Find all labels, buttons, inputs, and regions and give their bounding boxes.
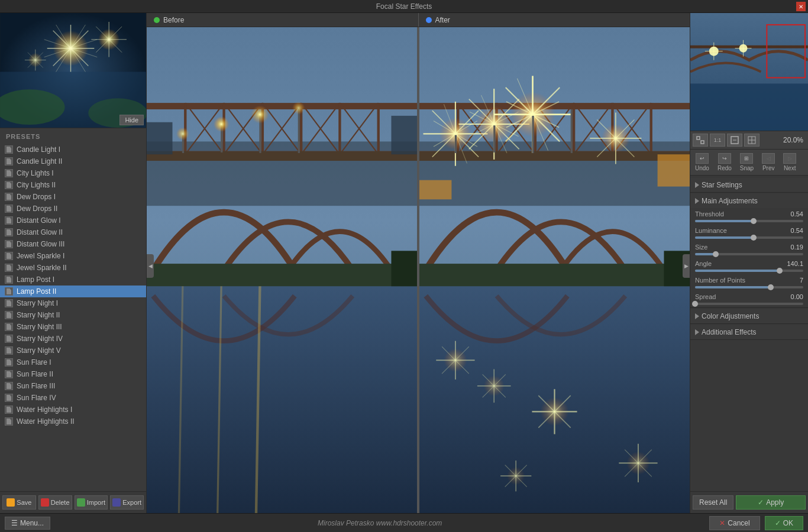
svg-rect-111	[493, 125, 495, 153]
color-adjustments-header[interactable]: Color Adjustments	[690, 309, 808, 323]
additional-effects-arrow	[695, 329, 699, 335]
svg-rect-58	[147, 264, 417, 286]
preset-item-1[interactable]: Candle Light II	[0, 155, 146, 167]
slider-track-2[interactable]	[695, 253, 803, 255]
zoom-grid-button[interactable]	[744, 134, 759, 147]
slider-thumb-3[interactable]	[777, 268, 783, 274]
apply-button[interactable]: ✓ Apply	[736, 495, 806, 510]
save-icon	[7, 498, 15, 507]
preset-item-13[interactable]: Starry Night I	[0, 297, 146, 309]
zoom-fit-button[interactable]	[693, 134, 708, 147]
preset-file-icon	[5, 323, 13, 331]
preset-item-21[interactable]: Sun Flare IV	[0, 392, 146, 404]
zoom-fit2-button[interactable]	[727, 134, 742, 147]
zoom-1-1-button[interactable]: 1:1	[710, 134, 725, 147]
slider-track-3[interactable]	[695, 270, 803, 272]
preset-item-14[interactable]: Starry Night II	[0, 309, 146, 321]
svg-point-49	[251, 105, 269, 123]
reset-all-button[interactable]: Reset All	[693, 495, 733, 510]
before-canvas[interactable]	[147, 27, 417, 513]
undo-button[interactable]: ↩ Undo	[693, 152, 712, 173]
preset-item-3[interactable]: City Lights II	[0, 179, 146, 191]
hide-button[interactable]: Hide	[119, 115, 144, 125]
prev-button[interactable]: ◁ Prev	[759, 152, 777, 173]
slider-fill-1	[695, 236, 754, 239]
delete-icon	[41, 498, 49, 507]
slider-name-1: Luminance	[695, 227, 727, 234]
slider-value-0: 0.54	[791, 210, 803, 218]
preset-item-16[interactable]: Starry Night IV	[0, 333, 146, 345]
bottom-right: ✕ Cancel ✓ OK	[709, 516, 803, 530]
slider-header-5: Spread 0.00	[695, 293, 803, 300]
slider-thumb-5[interactable]	[692, 301, 698, 307]
preset-item-17[interactable]: Starry Night V	[0, 345, 146, 356]
redo-button[interactable]: ↪ Redo	[715, 152, 734, 173]
preset-item-18[interactable]: Sun Flare I	[0, 356, 146, 368]
delete-button[interactable]: Delete	[38, 495, 72, 510]
svg-rect-59	[391, 251, 417, 286]
svg-rect-113	[571, 109, 573, 153]
slider-track-5[interactable]	[695, 303, 803, 305]
close-button[interactable]: ✕	[796, 2, 806, 11]
slider-value-3: 140.1	[787, 260, 803, 267]
svg-rect-155	[701, 141, 704, 144]
main-adjustments-header[interactable]: Main Adjustments	[690, 194, 808, 208]
preset-file-icon	[5, 370, 13, 378]
preset-item-0[interactable]: Candle Light I	[0, 144, 146, 155]
preset-item-23[interactable]: Water Highlights II	[0, 416, 146, 427]
preset-file-icon	[5, 157, 13, 166]
star-settings-header[interactable]: Star Settings	[690, 178, 808, 192]
slider-thumb-2[interactable]	[713, 251, 719, 257]
preset-item-4[interactable]: Dew Drops I	[0, 191, 146, 203]
preset-item-11[interactable]: Lamp Post I	[0, 274, 146, 286]
slider-value-5: 0.00	[791, 293, 803, 300]
right-panel-toggle[interactable]: ▶	[683, 254, 690, 278]
preset-item-19[interactable]: Sun Flare II	[0, 368, 146, 380]
title-bar: Focal Star Effects ✕	[0, 0, 808, 13]
preset-item-20[interactable]: Sun Flare III	[0, 380, 146, 392]
after-canvas[interactable]	[419, 27, 690, 513]
preset-file-icon	[5, 382, 13, 390]
svg-rect-146	[690, 83, 808, 131]
slider-thumb-1[interactable]	[751, 235, 757, 241]
main-adjustments-arrow	[695, 198, 699, 204]
slider-track-0[interactable]	[695, 220, 803, 222]
preset-item-22[interactable]: Water Highlights I	[0, 404, 146, 416]
slider-track-4[interactable]	[695, 286, 803, 288]
slider-track-1[interactable]	[695, 236, 803, 239]
cancel-button[interactable]: ✕ Cancel	[709, 516, 759, 530]
additional-effects-header[interactable]: Additional Effects	[690, 325, 808, 339]
preset-file-icon	[5, 275, 13, 284]
zoom-level: 20.0%	[761, 136, 806, 144]
slider-thumb-4[interactable]	[768, 284, 774, 290]
save-button[interactable]: Save	[2, 495, 36, 510]
after-label: After	[419, 13, 690, 27]
ok-button[interactable]: ✓ OK	[765, 516, 803, 530]
preset-item-15[interactable]: Starry Night III	[0, 321, 146, 333]
svg-rect-52	[147, 283, 417, 513]
preset-file-icon	[5, 205, 13, 213]
preset-file-icon	[5, 145, 13, 154]
preset-item-10[interactable]: Jewel Sparkle II	[0, 262, 146, 274]
preset-item-6[interactable]: Distant Glow I	[0, 215, 146, 226]
menu-button[interactable]: ☰ Menu...	[5, 517, 50, 530]
import-button[interactable]: Import	[75, 495, 108, 510]
preset-item-5[interactable]: Dew Drops II	[0, 203, 146, 215]
view-toolbar: 1:1 20.0%	[690, 131, 808, 150]
preset-item-8[interactable]: Distant Glow III	[0, 238, 146, 250]
slider-name-5: Spread	[695, 293, 716, 300]
next-button[interactable]: ▷ Next	[781, 152, 799, 173]
preset-item-9[interactable]: Jewel Sparkle I	[0, 250, 146, 262]
svg-rect-142	[419, 180, 451, 200]
preset-item-2[interactable]: City Lights I	[0, 167, 146, 179]
preset-item-12[interactable]: Lamp Post II	[0, 286, 146, 297]
preset-item-7[interactable]: Distant Glow II	[0, 226, 146, 238]
left-panel-toggle[interactable]: ◀	[147, 254, 154, 278]
slider-thumb-0[interactable]	[751, 218, 757, 224]
after-image	[419, 27, 690, 513]
preview-image	[0, 13, 146, 128]
export-button[interactable]: Export	[110, 495, 144, 510]
preset-file-icon	[5, 358, 13, 366]
preset-file-icon	[5, 394, 13, 402]
snap-button[interactable]: ⊞ Snap	[738, 152, 756, 173]
